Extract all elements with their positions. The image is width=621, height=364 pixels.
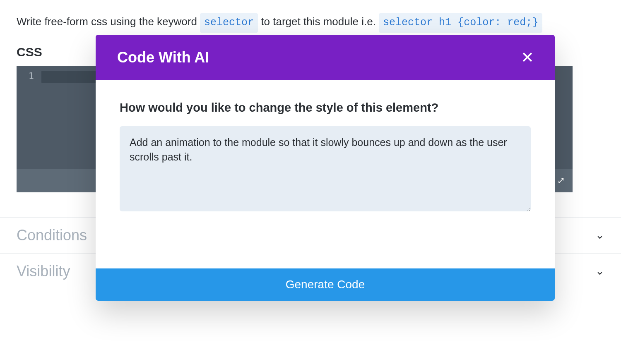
editor-gutter: 1	[17, 66, 40, 169]
modal-title: Code With AI	[117, 49, 209, 66]
line-number: 1	[17, 71, 40, 81]
chevron-down-icon: ⌄	[595, 265, 604, 278]
code-with-ai-modal: Code With AI ✕ How would you like to cha…	[96, 35, 555, 301]
accordion-label: Conditions	[17, 227, 87, 244]
chevron-down-icon: ⌄	[595, 229, 604, 242]
prompt-question-label: How would you like to change the style o…	[120, 101, 531, 115]
generate-code-button[interactable]: Generate Code	[96, 268, 555, 301]
modal-header: Code With AI ✕	[96, 35, 555, 80]
hint-prefix: Write free-form css using the keyword	[17, 15, 200, 28]
code-pill-example: selector h1 {color: red;}	[379, 13, 542, 33]
expand-icon[interactable]: ⤢	[557, 175, 564, 186]
css-hint-text: Write free-form css using the keyword se…	[17, 12, 604, 33]
close-button[interactable]: ✕	[518, 47, 537, 68]
close-icon: ✕	[521, 49, 534, 66]
code-pill-selector: selector	[200, 13, 258, 33]
ai-prompt-input[interactable]	[120, 126, 531, 211]
hint-mid: to target this module i.e.	[261, 15, 379, 28]
accordion-label: Visibility	[17, 263, 70, 280]
modal-body: How would you like to change the style o…	[96, 80, 555, 223]
modal-gap	[96, 223, 555, 268]
